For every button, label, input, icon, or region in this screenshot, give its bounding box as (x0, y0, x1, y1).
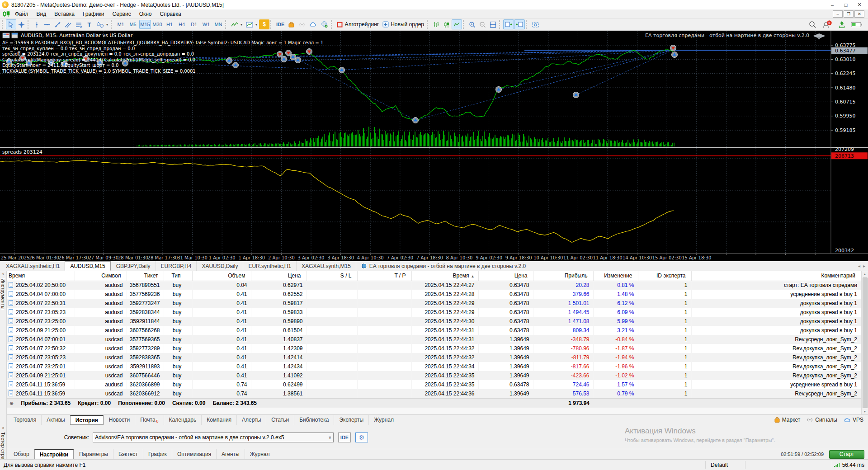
market-button[interactable] (286, 19, 297, 29)
tester-tab[interactable]: Обзор (9, 449, 34, 459)
chart-window[interactable]: 25 Mar 202526 Mar 01:3026 Mar 17:3027 Ma… (0, 31, 868, 261)
timeframe-button[interactable]: H4 (176, 20, 188, 29)
tabs-scroll-right-icon[interactable]: ▸ (863, 263, 865, 268)
toolbox-tab[interactable]: Компания (201, 415, 236, 425)
toolbox-tab[interactable]: Торговля (9, 415, 41, 425)
menu-item[interactable]: Графики (79, 10, 108, 18)
history-row[interactable]: 2025.04.07 22:50:31 audusd3592773247buy … (7, 299, 861, 308)
algo-trading-button[interactable]: Алготрейдинг (335, 19, 381, 29)
scroll-down-icon[interactable]: ▼ (863, 409, 867, 414)
expand-icon[interactable]: ⊕ (9, 400, 14, 406)
dock-right-button[interactable] (503, 19, 514, 29)
mdi-close-button[interactable]: ✕ (854, 10, 864, 18)
chart-tab[interactable]: EUR.synthetic,H1 (243, 261, 296, 271)
start-button[interactable]: Старт (829, 450, 864, 459)
timeframe-button[interactable]: D1 (188, 20, 200, 29)
close-button[interactable]: ✕ (853, 0, 866, 9)
tester-settings-button[interactable]: ⚙ (355, 432, 368, 442)
menu-item[interactable]: Окно (135, 10, 156, 18)
toolbox-tab[interactable]: Библиотека (294, 415, 334, 425)
toolbox-tab[interactable]: Эксперты (334, 415, 368, 425)
toolbox-tab[interactable]: Журнал (368, 415, 399, 425)
column-header[interactable]: S / L (307, 271, 357, 281)
history-row[interactable]: 2025.04.11 15:36:59 usdcad3620366912buy … (7, 389, 861, 398)
column-header[interactable]: Цена (251, 271, 307, 281)
chart-tab[interactable]: XAUUSD,Daily (196, 261, 243, 271)
column-header[interactable]: Время▲ (411, 271, 478, 281)
column-header[interactable]: Тип (164, 271, 192, 281)
indicators-button[interactable]: ▾ (229, 19, 244, 29)
toolbox-tab[interactable]: Активы (41, 415, 70, 425)
column-header[interactable]: Объем (192, 271, 251, 281)
levels-tool-button[interactable] (73, 19, 84, 29)
history-row[interactable]: 2025.04.04 07:00:00 audusd3577569236buy … (7, 290, 861, 299)
shapes-tool-button[interactable]: ▾ (94, 19, 110, 29)
chart-tab[interactable]: EA торговля спредами - отбой на мартине … (356, 261, 531, 271)
timeframe-button[interactable]: W1 (200, 20, 212, 29)
notifications-user-icon[interactable]: 5 (822, 20, 833, 28)
scrollbar-thumb[interactable] (863, 277, 868, 408)
screenshot-button[interactable] (530, 19, 541, 29)
tester-tab[interactable]: Параметры (74, 449, 113, 459)
history-row[interactable]: 2025.04.07 23:05:23 audusd3592838344buy … (7, 308, 861, 317)
history-row[interactable]: 2025.04.07 23:25:01 usdcad3592911893buy … (7, 362, 861, 371)
toolbox-tab[interactable]: Статьи (266, 415, 294, 425)
menu-item[interactable]: Файл (11, 10, 33, 18)
menu-item[interactable]: Вид (33, 10, 51, 18)
timeframe-button[interactable]: M30 (151, 20, 163, 29)
candle-chart-mode-button[interactable] (441, 19, 452, 29)
search-icon[interactable] (809, 21, 816, 28)
column-header[interactable]: Символ (75, 271, 127, 281)
history-row[interactable]: 2025.04.04 07:00:01 usdcad3577569365buy … (7, 335, 861, 344)
mdi-restore-button[interactable]: ❐ (844, 10, 854, 18)
advisor-select[interactable]: Advisors\EA торговля спредами - отбой на… (93, 432, 334, 442)
column-header[interactable]: ID эксперта (638, 271, 691, 281)
tile-windows-button[interactable] (488, 19, 498, 29)
chart-canvas[interactable]: 25 Mar 202526 Mar 01:3026 Mar 17:3027 Ma… (0, 31, 868, 261)
zoom-in-button[interactable] (467, 19, 477, 29)
chart-tab[interactable]: EURGBP,H4 (156, 261, 197, 271)
table-scrollbar[interactable]: ▲ ▼ (861, 271, 868, 414)
maximize-button[interactable]: □ (839, 0, 853, 9)
tester-tab[interactable]: График (143, 449, 172, 459)
tester-close-icon[interactable]: x (2, 426, 4, 430)
tester-tab[interactable]: Бэктест (113, 449, 143, 459)
cursor-tool-button[interactable] (6, 19, 16, 29)
column-header[interactable]: Цена (478, 271, 533, 281)
menu-item[interactable]: Вставка (50, 10, 79, 18)
tester-ide-button[interactable]: IDE (338, 432, 351, 442)
community-button[interactable] (319, 19, 330, 29)
templates-button[interactable]: ▾ (244, 19, 259, 29)
new-order-button[interactable]: Новый ордер (381, 19, 426, 29)
history-row[interactable]: 2025.04.02 20:50:00 audusd3567890551buy … (7, 281, 861, 290)
history-row[interactable]: 2025.04.09 21:25:00 audusd3607566268buy … (7, 326, 861, 335)
timeframe-button[interactable]: M5 (127, 20, 139, 29)
timeframe-button[interactable]: M15 (139, 20, 151, 29)
tester-tab[interactable]: Оптимизация (172, 449, 216, 459)
channel-tool-button[interactable] (63, 19, 73, 29)
history-row[interactable]: 2025.04.07 23:05:23 usdcad3592838365buy … (7, 353, 861, 362)
market-link[interactable]: Маркет (774, 417, 801, 423)
timeframe-button[interactable]: MN (212, 20, 224, 29)
ide-button[interactable]: IDE (274, 19, 286, 29)
column-header[interactable]: Тикет (127, 271, 164, 281)
trendline-tool-button[interactable] (52, 19, 63, 29)
tester-tab[interactable]: Агенты (216, 449, 245, 459)
toolbox-tab[interactable]: Календарь (164, 415, 202, 425)
chart-tab[interactable]: XAGXAU.synth,M15 (296, 261, 356, 271)
history-row[interactable]: 2025.04.07 22:50:32 usdcad3592773289buy … (7, 344, 861, 353)
signals-toolbar-button[interactable] (297, 19, 307, 29)
history-row[interactable]: 2025.04.07 23:25:00 audusd3592911844buy … (7, 317, 861, 326)
line-chart-mode-button[interactable] (452, 19, 462, 29)
toolbox-tab[interactable]: Почта8 (135, 415, 163, 425)
text-tool-button[interactable]: T (84, 19, 94, 29)
tabs-scroll-left-icon[interactable]: ◂ (858, 263, 860, 268)
column-header[interactable]: Время (7, 271, 75, 281)
toolbox-close-icon[interactable]: x (2, 272, 4, 277)
menu-item[interactable]: Сервис (108, 10, 135, 18)
status-profile[interactable]: Default (711, 462, 728, 468)
toolbox-tab[interactable]: Алерты (236, 415, 266, 425)
column-header[interactable]: T / P (357, 271, 411, 281)
chart-tab[interactable]: AUDUSD,M15 (65, 261, 110, 271)
column-header[interactable]: Прибыль (533, 271, 593, 281)
